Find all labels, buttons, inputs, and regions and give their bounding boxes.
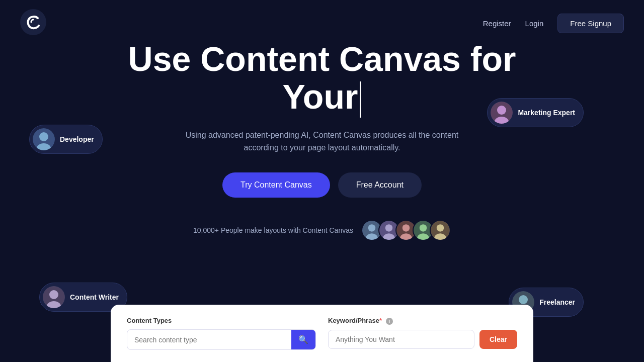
social-proof: 10,000+ People make layouts with Content… [193,220,451,241]
marketing-badge: Marketing Expert [487,98,584,127]
info-icon: i [386,318,393,325]
freelancer-label: Freelancer [539,298,575,306]
search-button[interactable]: 🔍 [291,330,315,349]
svg-point-14 [437,224,444,231]
writer-avatar [43,286,65,308]
content-types-label: Content Types [127,317,316,324]
developer-badge: Developer [29,125,103,154]
keyword-input-wrap: Clear [328,330,517,349]
svg-point-17 [39,132,48,141]
svg-point-0 [20,9,46,35]
register-link[interactable]: Register [483,19,511,28]
marketing-label: Marketing Expert [518,109,575,117]
nav-links: Register Login Free Signup [483,14,624,33]
keyword-col: Keyword/Phrase* i Clear [328,317,517,350]
clear-button[interactable]: Clear [479,330,517,349]
content-types-col: Content Types 🔍 [127,317,316,350]
keyword-label: Keyword/Phrase* i [328,317,517,325]
try-canvas-button[interactable]: Try Content Canvas [222,172,330,198]
developer-label: Developer [60,135,94,143]
login-link[interactable]: Login [525,19,544,28]
hero-buttons: Try Content Canvas Free Account [222,172,422,198]
hero-title: Use Content Canvas for Your [128,40,516,118]
navbar: Register Login Free Signup [0,0,644,46]
content-type-input-wrap: 🔍 [127,329,316,350]
avatar-5 [430,220,451,241]
hero-subtitle: Using advanced patent-pending AI, Conten… [181,129,463,154]
developer-avatar [33,128,55,150]
content-type-input[interactable] [127,331,291,349]
svg-point-8 [403,224,410,231]
writer-label: Content Writer [70,293,119,301]
marketing-avatar [491,102,513,124]
social-proof-text: 10,000+ People make layouts with Content… [193,226,353,234]
avatars-row [361,220,451,241]
logo[interactable] [20,9,46,37]
svg-point-5 [385,224,392,231]
free-account-button[interactable]: Free Account [338,172,422,198]
svg-point-11 [420,224,427,231]
keyword-input[interactable] [328,330,474,349]
svg-point-20 [497,106,506,115]
svg-point-26 [519,295,528,304]
form-panel: Content Types 🔍 Keyword/Phrase* i Clear [111,305,533,362]
svg-point-23 [49,290,58,299]
svg-point-2 [368,224,375,231]
free-signup-button[interactable]: Free Signup [557,14,624,33]
